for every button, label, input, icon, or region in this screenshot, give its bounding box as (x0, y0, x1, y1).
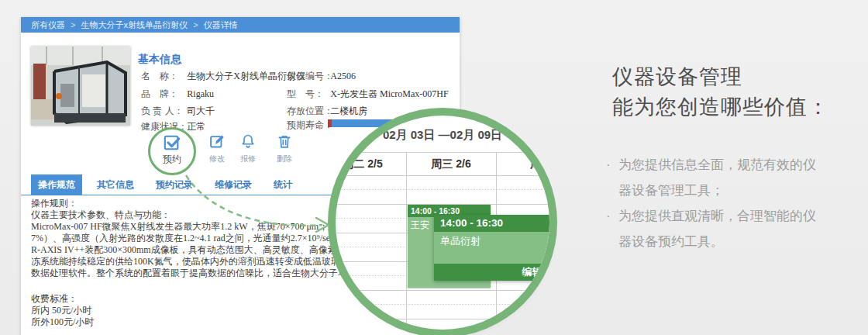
promo-bullets: · 为您提供信息全面，规范有效的仪器设备管理工具； · 为您提供直观清晰，合理智… (606, 152, 818, 254)
grid-line (336, 175, 549, 176)
edit-button[interactable]: 修改 (202, 133, 232, 164)
info-row-location: 存放位置： 二楼机房 (287, 105, 367, 118)
edit-button-label: 修改 (202, 154, 232, 164)
field-label: 预期寿命： (287, 119, 328, 132)
breadcrumb-all-instruments[interactable]: 所有仪器 (31, 20, 65, 29)
bullet-text: 为您提供信息全面，规范有效的仪器设备管理工具； (618, 152, 818, 203)
page: 所有仪器 > 生物大分子x射线单晶衍射仪 > 仪器详情 (0, 0, 868, 335)
reserve-button[interactable]: 预约 (148, 127, 196, 175)
tab-operation-rules[interactable]: 操作规范 (31, 174, 82, 195)
pencil-icon (209, 133, 225, 149)
bullet-text: 为您提供直观清晰，合理智能的仪器设备预约工具。 (618, 203, 818, 254)
info-row-model: 型 号： X-光发生器 MicroMax-007HF (287, 88, 449, 101)
breadcrumb-separator: > (193, 20, 198, 29)
field-label: 品 牌： (141, 88, 184, 101)
field-value: Rigaku (187, 88, 214, 99)
promo-bullet-2: · 为您提供直观清晰，合理智能的仪器设备预约工具。 (606, 203, 818, 254)
field-label: 仪器编号： (287, 70, 328, 83)
tab-other-info[interactable]: 其它信息 (90, 174, 141, 195)
info-row-manager: 负 责 人： 司大千 (141, 105, 215, 118)
field-value: 二楼机房 (330, 105, 367, 116)
breadcrumb-instrument-name[interactable]: 生物大分子x射线单晶衍射仪 (81, 20, 188, 29)
grid-line (336, 290, 549, 291)
reserve-button-label: 预约 (150, 153, 194, 166)
field-value: 司大千 (187, 105, 215, 116)
tab-statistics[interactable]: 统计 (267, 174, 299, 195)
section-title-basic-info: 基本信息 (138, 53, 181, 67)
grid-line (336, 152, 549, 153)
delete-button[interactable]: 删除 (269, 133, 300, 164)
bullet-dot: · (606, 203, 618, 254)
breadcrumb-detail: 仪器详情 (204, 20, 238, 29)
promo-title: 仪器设备管理 能为您创造哪些价值： (612, 62, 829, 123)
field-label: 存放位置： (287, 105, 328, 118)
field-value: X-光发生器 MicroMax-007HF (330, 88, 448, 99)
promo-title-line2: 能为您创造哪些价值： (612, 92, 829, 123)
popup-time: 14:00 - 16:30 (434, 215, 549, 232)
popup-edit-button[interactable]: 编辑 (522, 266, 542, 278)
info-row-serial: 仪器编号： A2506 (287, 70, 356, 83)
repair-button-label: 报修 (232, 154, 264, 164)
instrument-photo-image (31, 47, 130, 126)
calendar-magnifier-lens: 02月 03日 —02月 09日 周二 2/5 周三 2/6 周四 14:00 … (336, 116, 549, 330)
breadcrumb-separator: > (71, 20, 75, 29)
breadcrumb: 所有仪器 > 生物大分子x射线单晶衍射仪 > 仪器详情 (21, 17, 460, 33)
repair-button[interactable]: 报修 (232, 133, 264, 164)
bullet-dot: · (606, 152, 618, 203)
calendar-day-header-thu: 周四 (496, 152, 549, 175)
info-row-name: 名 称： 生物大分子X射线单晶衍射仪 (141, 70, 305, 83)
trash-icon (277, 133, 292, 149)
event-popup: 14:00 - 16:30 单晶衍射 编辑 取消 (434, 215, 549, 280)
tab-reservation-records[interactable]: 预约记录 (149, 174, 200, 195)
tab-repair-records[interactable]: 维修记录 (208, 174, 259, 195)
bell-icon (240, 133, 256, 149)
promo-title-line1: 仪器设备管理 (612, 62, 829, 92)
instrument-photo (31, 47, 130, 126)
grid-line (336, 189, 549, 190)
field-label: 负 责 人： (141, 105, 184, 118)
delete-button-label: 删除 (269, 154, 300, 164)
info-row-lifespan: 预期寿命： (287, 119, 328, 132)
field-value: A2506 (330, 71, 356, 81)
promo-bullet-1: · 为您提供信息全面，规范有效的仪器设备管理工具； (606, 152, 818, 203)
calendar-day-header-wed: 周三 2/6 (406, 152, 496, 175)
popup-actions: 编辑 取消 (434, 264, 549, 281)
field-label: 名 称： (141, 70, 184, 83)
popup-event-name: 单晶衍射 (434, 232, 549, 264)
checkbox-check-icon (164, 134, 181, 151)
grid-line (406, 152, 407, 330)
info-row-brand: 品 牌： Rigaku (141, 88, 214, 101)
field-label: 型 号： (287, 88, 328, 101)
